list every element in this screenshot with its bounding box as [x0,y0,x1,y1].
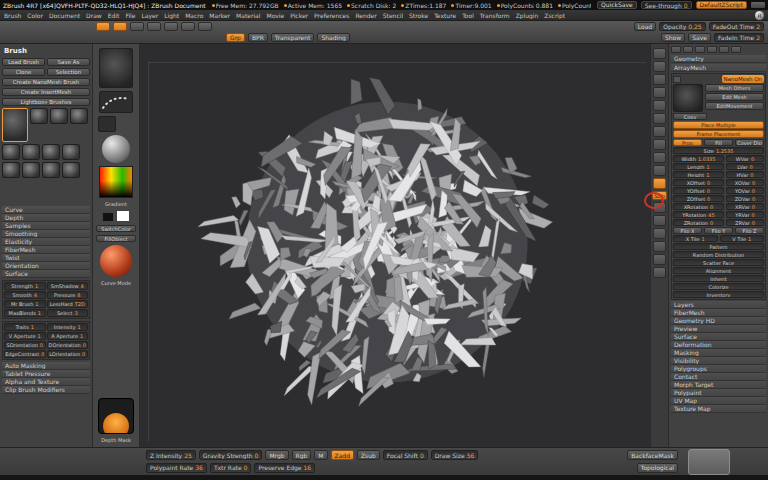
bottom-slider[interactable]: Z Intensity25 [146,450,196,460]
nanomesh-preview[interactable] [673,84,703,112]
brush-section-header[interactable]: Samples [2,222,90,230]
modifier-slider[interactable]: SOrientation0 [4,341,46,349]
modifier-slider[interactable]: EdgeContrast0 [4,350,46,358]
nanomesh-sub-row[interactable]: Pattern [673,243,764,250]
brush-thumbnail[interactable] [2,162,20,178]
zadd-button[interactable]: Zadd [331,450,354,460]
save-as-button[interactable]: Save As [47,58,90,66]
brush-thumbnail[interactable] [30,108,48,124]
render-mode-icon[interactable] [653,61,666,72]
tool-section-header[interactable]: Deformation [671,341,766,349]
nanomesh-variation-slider[interactable]: YRVar0 [726,211,764,218]
modifier-slider[interactable]: Select3 [47,309,89,317]
brush-section-header[interactable]: Elasticity [2,238,90,246]
brush-thumbnail[interactable] [70,108,88,124]
nanomesh-variation-slider[interactable]: HVar0 [726,171,764,178]
fadeout-time-slider[interactable]: FadeOut Time2 [709,22,764,31]
scroll-icon[interactable] [653,202,666,213]
local-symmetry-icon[interactable] [653,100,666,111]
quicksave-button[interactable]: QuickSave [597,1,637,9]
color-picker[interactable] [99,166,133,198]
edit-mesh-button[interactable]: Edit Mesh [705,93,764,101]
bottom-slider[interactable]: Focal Shift0 [383,450,428,460]
tool-section-header[interactable]: Geometry HD [671,317,766,325]
nanomesh-variation-slider[interactable]: YOVar0 [726,187,764,194]
brush-section-header[interactable]: Depth [2,214,90,222]
nanomesh-variation-slider[interactable]: LVar0 [726,163,764,170]
secondary-color-swatch[interactable] [102,212,114,222]
copy-button[interactable]: Copy [673,113,707,120]
frame-icon[interactable] [653,113,666,124]
current-brush-preview[interactable] [99,48,133,88]
tool-section-header[interactable]: Contact [671,373,766,381]
nanomesh-sub-row[interactable]: Alignment [673,267,764,274]
brush-section-header[interactable]: Clip Brush Modifiers [2,386,90,394]
menu-item[interactable]: Macro [185,12,203,19]
menu-item[interactable]: Transform [480,12,510,19]
menu-item[interactable]: Preferences [314,12,349,19]
transp-icon[interactable] [653,139,666,150]
depth-mask-preview[interactable] [98,398,134,434]
menu-item[interactable]: Color [27,12,43,19]
tool-quick-icons[interactable] [671,46,766,54]
xpose-icon[interactable] [653,165,666,176]
bottom-slider[interactable]: Preserve Edge16 [254,463,315,473]
modifier-slider[interactable]: LOrientation0 [47,350,89,358]
tile-slider[interactable]: X Tile1 [673,235,718,242]
modifier-slider[interactable]: Mr Brush1 [4,300,46,308]
cover-dip-button[interactable]: Cover Dip [735,139,764,146]
menu-item[interactable]: Render [355,12,376,19]
menu-item[interactable]: Draw [86,12,102,19]
switch-color-button[interactable]: SwitchColor [96,225,136,232]
nanomesh-sub-row[interactable]: Random Distribution [673,251,764,258]
move-icon[interactable] [164,22,178,31]
nanomesh-slider[interactable]: Width1.0335 [673,155,724,162]
menu-item[interactable]: Zplugin [516,12,539,19]
brush-section-header[interactable]: Auto Masking [2,362,90,370]
modifier-slider[interactable]: DOrientation0 [47,341,89,349]
brush-section-header[interactable]: FiberMesh [2,246,90,254]
tool-section-header[interactable]: Polygroups [671,365,766,373]
bottom-slider[interactable]: Draw Size56 [431,450,479,460]
m-button[interactable]: M [314,450,327,460]
document-canvas[interactable] [140,44,650,447]
transparent-button[interactable]: Transparent [271,33,315,42]
size-slider[interactable]: Size1.2535 [673,147,764,154]
menu-item[interactable]: Light [164,12,179,19]
tool-section-header[interactable]: FiberMesh [671,309,766,317]
bpr-button[interactable]: BPR [248,33,268,42]
nanomesh-sub-row[interactable]: Colorize [673,283,764,290]
modifier-slider[interactable]: V Aperture1 [4,332,46,340]
clone-button[interactable]: Clone [2,68,45,76]
arraymesh-section-header[interactable]: ArrayMesh [671,64,766,72]
nanomesh-slider[interactable]: ZRotation0 [673,219,724,226]
nanomesh-on-badge[interactable]: NanoMesh On [722,75,764,83]
fill-object-button[interactable]: FillObject [96,235,136,242]
load-button[interactable]: Load [634,22,656,31]
nanomesh-sub-row[interactable]: Inherit [673,275,764,282]
save-button[interactable]: Save [688,33,711,42]
menu-item[interactable]: Layer [141,12,158,19]
brush-section-header[interactable]: Smoothing [2,230,90,238]
brush-thumbnail[interactable] [2,144,20,160]
flip-z-button[interactable]: Flip Z [735,227,764,234]
nanomesh-slider[interactable]: XRotation0 [673,203,724,210]
tool-section-header[interactable]: UV Map [671,397,766,405]
tool-section-header[interactable]: Layers [671,301,766,309]
opacity-slider[interactable]: Opacity0.25 [659,22,705,31]
nanomesh-sub-row[interactable]: Scatter Face [673,259,764,266]
tool-section-header[interactable]: Masking [671,349,766,357]
menu-item[interactable]: Picker [290,12,308,19]
nanomesh-slider[interactable]: ZOffset0 [673,195,724,202]
nanomesh-variation-slider[interactable]: XOVar0 [726,179,764,186]
menu-item[interactable]: Texture [434,12,456,19]
current-brush-thumbnail[interactable] [2,108,28,142]
draw-icon[interactable] [147,22,161,31]
lightbox-brushes-button[interactable]: Lightbox» Brushes [2,98,90,106]
bpr-render-icon[interactable] [653,48,666,59]
bottom-slider[interactable]: Polypaint Rate36 [146,463,207,473]
nanomesh-slider[interactable]: XOffset0 [673,179,724,186]
nanomesh-sub-row[interactable]: Inventory [673,291,764,298]
material-preview-sphere[interactable] [102,135,130,163]
tile-slider[interactable]: V Tile1 [720,235,765,242]
